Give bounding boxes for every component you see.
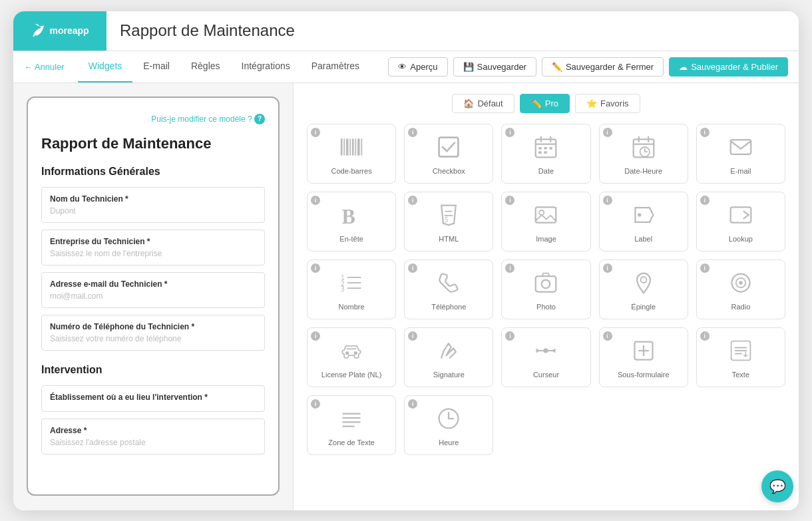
svg-rect-41: [536, 276, 556, 291]
svg-text:5: 5: [445, 216, 449, 223]
info-icon: i: [408, 399, 417, 409]
sauvegarder-fermer-button[interactable]: ✏️ Sauvegarder & Fermer: [542, 57, 664, 77]
nombre-icon: 1 2 3: [337, 268, 366, 297]
info-icon: i: [311, 128, 320, 137]
widget-html[interactable]: i 5 HTML: [404, 192, 493, 252]
form-preview-panel: Puis-je modifier ce modèle ? ? Rapport d…: [13, 83, 293, 510]
field-email-technicien[interactable]: Adresse e-mail du Technicien * moi@mail.…: [41, 272, 265, 308]
tab-email[interactable]: E-mail: [132, 51, 180, 83]
field-entreprise-technicien[interactable]: Entreprise du Technicien * Saisissez le …: [41, 230, 265, 265]
radio-icon: [726, 268, 755, 297]
cloud-icon: ☁: [679, 62, 688, 72]
widget-tab-favoris[interactable]: ⭐ Favoris: [575, 94, 640, 113]
tab-widgets[interactable]: Widgets: [78, 51, 133, 83]
widget-telephone[interactable]: i Téléphone: [404, 260, 493, 319]
widget-label-label: Label: [634, 235, 652, 243]
widget-label: En-tête: [339, 235, 363, 243]
widget-code-barres[interactable]: i Code-barres: [307, 124, 396, 184]
back-button[interactable]: ← Annuler: [24, 62, 65, 72]
svg-rect-17: [544, 151, 548, 154]
save-close-icon: ✏️: [552, 62, 562, 72]
telephone-icon: [434, 268, 463, 297]
section-intervention: Intervention Établissement où a eu lieu …: [41, 364, 265, 454]
info-icon: i: [603, 263, 612, 273]
widget-en-tete[interactable]: i B En-tête: [307, 192, 396, 252]
info-icon: i: [311, 196, 320, 205]
widget-sous-formulaire[interactable]: i Sous-formulaire: [599, 327, 688, 387]
pro-icon: ✏️: [531, 98, 542, 108]
section-title-intervention: Intervention: [41, 364, 265, 376]
widget-label: Signature: [433, 371, 465, 379]
tab-regles[interactable]: Règles: [180, 51, 231, 83]
section-title-info: Informations Générales: [41, 166, 265, 178]
widget-epingle[interactable]: i Épingle: [599, 260, 688, 319]
widget-date-heure[interactable]: i Date-Heure: [599, 124, 688, 184]
help-link[interactable]: Puis-je modifier ce modèle ? ?: [41, 114, 265, 124]
chat-button[interactable]: 💬: [761, 470, 793, 502]
widget-label[interactable]: i Label: [599, 192, 688, 252]
widget-signature[interactable]: i Signature: [404, 327, 493, 387]
widget-photo[interactable]: i Photo: [501, 260, 590, 319]
date-heure-icon: [629, 132, 658, 162]
sous-formulaire-icon: [629, 336, 658, 365]
texte-icon: [726, 336, 755, 365]
info-icon: i: [311, 399, 320, 409]
field-etablissement[interactable]: Établissement où a eu lieu l'interventio…: [41, 385, 265, 412]
field-adresse[interactable]: Adresse * Saisissez l'adresse postale: [41, 419, 265, 454]
widget-label: Épingle: [631, 303, 656, 311]
car-icon: [337, 336, 366, 365]
svg-point-33: [638, 213, 641, 216]
widget-label: Sous-formulaire: [618, 371, 670, 379]
logo-text: moreapp: [49, 25, 89, 36]
widget-label: E-mail: [730, 167, 751, 175]
apercu-button[interactable]: 👁 Aperçu: [388, 57, 447, 77]
widget-label: Image: [536, 235, 556, 243]
sauvegarder-button[interactable]: 💾 Sauvegarder: [453, 57, 536, 77]
heure-icon: [434, 404, 463, 433]
widget-label: Heure: [439, 438, 459, 446]
email-icon: [726, 132, 755, 162]
info-icon: i: [700, 263, 710, 273]
home-icon: 🏠: [463, 98, 474, 108]
widget-zone-texte[interactable]: i Zone de Texte: [307, 395, 396, 455]
info-icon: i: [603, 331, 612, 341]
widget-email[interactable]: i E-mail: [696, 124, 785, 184]
sauvegarder-publier-button[interactable]: ☁ Sauvegarder & Publier: [669, 57, 788, 77]
widget-texte[interactable]: i Texte: [696, 327, 785, 387]
widget-tab-defaut[interactable]: 🏠 Défaut: [452, 94, 514, 113]
info-icon: i: [311, 331, 320, 341]
widget-label: Code-barres: [331, 167, 372, 175]
widget-label: Nombre: [339, 303, 365, 311]
label-icon: [629, 200, 658, 230]
field-telephone-technicien[interactable]: Numéro de Téléphone du Technicien * Sais…: [41, 315, 265, 351]
widget-label: Radio: [731, 303, 751, 311]
eye-icon: 👁: [398, 62, 407, 72]
zone-texte-icon: [337, 404, 366, 433]
svg-rect-0: [341, 138, 343, 155]
widget-curseur[interactable]: i Curseur: [501, 327, 590, 387]
tab-parametres[interactable]: Paramètres: [301, 51, 370, 83]
widget-checkbox[interactable]: i Checkbox: [404, 124, 493, 184]
widget-radio[interactable]: i Radio: [696, 260, 785, 319]
form-preview: Puis-je modifier ce modèle ? ? Rapport d…: [27, 96, 280, 496]
field-nom-technicien[interactable]: Nom du Technicien * Dupont: [41, 187, 265, 223]
widget-tab-pro[interactable]: ✏️ Pro: [520, 94, 570, 113]
widget-label: Curseur: [533, 371, 559, 379]
widget-lookup[interactable]: i Lookup: [696, 192, 785, 252]
tab-integrations[interactable]: Intégrations: [231, 51, 301, 83]
svg-point-48: [354, 351, 357, 354]
widget-heure[interactable]: i Heure: [404, 395, 493, 455]
info-icon: i: [408, 263, 417, 273]
widget-nombre[interactable]: i 1 2 3 Nombre: [307, 260, 396, 319]
svg-text:B: B: [342, 205, 355, 226]
widget-date[interactable]: i Date: [501, 124, 590, 184]
svg-rect-4: [352, 138, 354, 155]
info-icon: i: [700, 196, 710, 205]
widget-label: Téléphone: [431, 303, 466, 311]
widget-label: License Plate (NL): [321, 371, 382, 379]
html-icon: 5: [434, 200, 463, 230]
svg-point-47: [345, 351, 349, 354]
widget-label: Texte: [732, 371, 749, 379]
widget-image[interactable]: i Image: [501, 192, 590, 252]
widget-license-plate[interactable]: i License Plate (NL): [307, 327, 396, 387]
